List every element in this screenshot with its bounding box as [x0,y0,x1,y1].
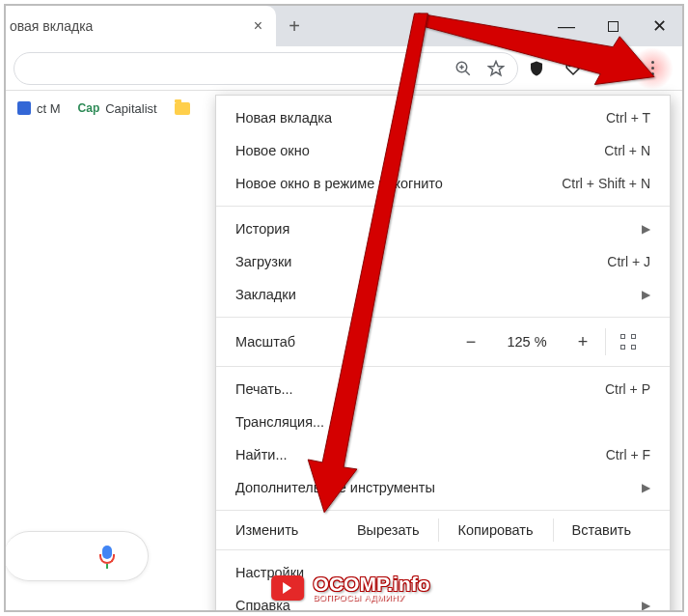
watermark-badge-icon [271,575,304,601]
bookmark-label: Capitalist [105,101,156,116]
kebab-icon [651,61,654,75]
menu-item-zoom: Масштаб − 125 % + [216,318,670,366]
shortcut-label: Ctrl + J [607,254,650,269]
edit-copy-button[interactable]: Копировать [438,517,552,544]
bookmark-item-2[interactable]: Cap Capitalist [78,101,157,116]
window-close-button[interactable]: ✕ [636,6,682,46]
menu-item-downloads[interactable]: Загрузки Ctrl + J [216,245,670,278]
toolbar [6,46,682,91]
shortcut-label: Ctrl + T [606,110,650,126]
fullscreen-button[interactable] [606,334,650,350]
chevron-right-icon: ▶ [642,481,650,494]
menu-item-more-tools[interactable]: Дополнительные инструменты ▶ [216,471,670,504]
zoom-icon[interactable] [454,59,473,78]
folder-icon [175,102,190,115]
new-tab-button[interactable]: + [276,6,313,46]
main-menu-button[interactable] [636,52,669,85]
bookmark-folder[interactable] [175,102,190,115]
shortcut-label: Ctrl + Shift + N [562,176,650,191]
watermark: OCOMP.info ВОПРОСЫ АДМИНУ [271,573,430,602]
svg-line-1 [465,70,470,75]
bookmark-label: ct M [37,101,61,116]
zoom-in-button[interactable]: + [561,332,605,352]
close-icon: ✕ [652,15,667,37]
window-controls: — ✕ [543,6,682,46]
svg-point-5 [568,64,570,66]
window-maximize-button[interactable] [590,6,636,46]
svg-marker-4 [489,61,504,74]
minimize-icon: — [558,16,575,37]
address-bar[interactable] [14,52,518,85]
extension-tag-icon[interactable] [563,58,584,79]
zoom-value: 125 % [493,334,561,350]
menu-item-edit: Изменить Вырезать Копировать Вставить [216,511,670,549]
shortcut-label: Ctrl + N [604,143,650,158]
main-menu-dropdown: Новая вкладка Ctrl + T Новое окно Ctrl +… [215,95,671,612]
extensions-row [526,52,674,85]
menu-item-new-window[interactable]: Новое окно Ctrl + N [216,134,670,167]
fullscreen-icon [620,334,636,350]
tab-bar: овая вкладка × + — ✕ [6,6,682,46]
menu-item-cast[interactable]: Трансляция... [216,406,670,438]
zoom-out-button[interactable]: − [449,332,493,352]
window-minimize-button[interactable]: — [543,6,590,46]
avatar-icon [600,59,619,78]
shortcut-label: Ctrl + F [606,447,650,462]
menu-item-incognito[interactable]: Новое окно в режиме инкогнито Ctrl + Shi… [216,167,670,200]
maximize-icon [608,21,619,32]
shortcut-label: Ctrl + P [605,381,650,397]
edit-cut-button[interactable]: Вырезать [338,517,439,544]
chevron-right-icon: ▶ [642,599,650,612]
chevron-right-icon: ▶ [642,288,650,301]
bookmark-star-icon[interactable] [486,59,506,78]
bookmark-favicon-icon [17,101,31,115]
chevron-right-icon: ▶ [642,222,650,236]
microphone-icon[interactable] [99,546,115,567]
tab-close-icon[interactable]: × [250,17,266,35]
tab-title: овая вкладка [10,18,250,34]
bookmark-item-1[interactable]: ct M [17,101,61,116]
bookmark-cap-icon: Cap [78,101,100,115]
menu-item-bookmarks[interactable]: Закладки ▶ [216,278,670,311]
profile-avatar[interactable] [599,58,620,79]
active-tab[interactable]: овая вкладка × [6,6,276,46]
edit-paste-button[interactable]: Вставить [553,517,650,544]
menu-item-find[interactable]: Найти... Ctrl + F [216,438,670,471]
menu-item-print[interactable]: Печать... Ctrl + P [216,373,670,406]
extension-shield-icon[interactable] [526,58,547,79]
menu-item-history[interactable]: История ▶ [216,212,670,245]
menu-item-new-tab[interactable]: Новая вкладка Ctrl + T [216,101,670,134]
search-box[interactable] [4,531,149,581]
browser-window: овая вкладка × + — ✕ [4,4,684,612]
